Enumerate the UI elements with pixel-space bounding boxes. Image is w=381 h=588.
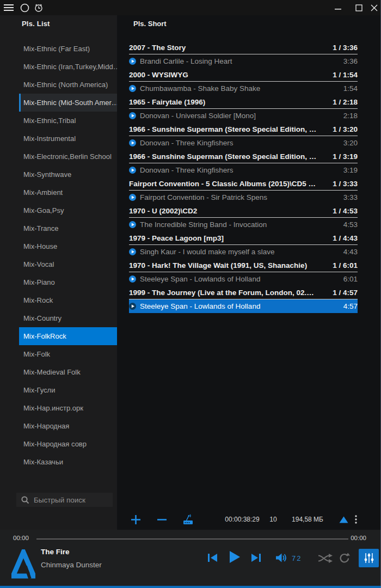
search-input[interactable] — [34, 496, 113, 504]
track-title: The Incredible String Band - Invocation — [140, 220, 338, 229]
quick-search-box[interactable] — [16, 493, 113, 507]
sidebar-playlist-item[interactable]: Mix-Ethnic,Tribal — [19, 112, 117, 130]
track-title: Donovan - Universal Soldier [Mono] — [140, 112, 338, 120]
remove-button[interactable] — [155, 509, 168, 530]
group-title: Fairport Convention - 5 Classic Albums (… — [129, 180, 327, 188]
sidebar-item-label: Mix-Ethnic (Far East) — [23, 45, 90, 53]
play-circle-icon — [129, 85, 136, 92]
group-count-duration: 1 / 3:19 — [333, 152, 358, 161]
sidebar-item-label: Mix-Trance — [23, 224, 59, 232]
group-header-row[interactable]: 1979 - Peace Lagoon [mp3] 1 / 4:43 — [129, 231, 358, 245]
sidebar-playlist-item[interactable]: Mix-Goa,Psy — [19, 201, 117, 219]
group-count-duration: 1 / 6:01 — [333, 261, 358, 270]
group-header-row[interactable]: 1970 - U (2002)\CD2 1 / 4:53 — [129, 204, 358, 218]
play-button[interactable] — [229, 550, 241, 564]
sidebar-playlist-item[interactable]: Mix-Instrumental — [19, 130, 117, 148]
track-row[interactable]: Steeleye Span - Lowlands of Holland 4:57 — [129, 299, 358, 313]
next-button[interactable] — [251, 553, 261, 562]
main-menu-button[interactable] — [3, 3, 15, 13]
group-count-duration: 1 / 4:43 — [333, 234, 358, 242]
sidebar-item-label: Mix-Instrumental — [23, 134, 76, 143]
playlist-menu-button[interactable] — [351, 509, 361, 530]
minus-icon — [157, 518, 167, 521]
sidebar-item-label: Mix-Electronic,Berlin School — [23, 152, 112, 161]
sidebar-playlist-item[interactable]: Mix-Гусли — [19, 381, 117, 399]
repeat-button[interactable] — [339, 553, 350, 564]
add-button[interactable] — [129, 509, 142, 530]
group-header-row[interactable]: 1999 - The Journey (Live at the Forum, L… — [129, 286, 358, 299]
sidebar-playlist-item[interactable]: Mix-Vocal — [19, 255, 117, 273]
scheduler-icon — [34, 3, 44, 13]
track-duration: 1:54 — [343, 84, 358, 93]
plus-icon — [131, 515, 140, 524]
track-duration: 3:20 — [343, 139, 358, 147]
sound-device-button[interactable] — [181, 509, 195, 530]
maximize-button[interactable] — [351, 1, 367, 14]
close-button[interactable] — [366, 1, 381, 14]
track-row[interactable]: The Incredible String Band - Invocation … — [129, 218, 358, 231]
group-header-row[interactable]: 1966 - Sunshine Superman (Stereo Special… — [129, 122, 358, 136]
sidebar-playlist-item[interactable]: Mix-Ethnic (Far East) — [19, 40, 117, 58]
group-header-row[interactable]: 1970 - Hark! The Village Wait (1991, US,… — [129, 259, 358, 272]
track-title: Brandi Carlile - Losing Heart — [140, 57, 338, 65]
track-duration: 2:18 — [343, 112, 358, 120]
group-header-row[interactable]: Fairport Convention - 5 Classic Albums (… — [129, 177, 358, 191]
sidebar-playlist-item[interactable]: Mix-Folk — [19, 345, 117, 363]
shuffle-button[interactable] — [318, 554, 333, 563]
player-bar: 00:00 00:00 The Fire Chinmaya Dunster — [0, 530, 381, 588]
group-title: 1970 - U (2002)\CD2 — [129, 207, 327, 215]
sidebar-playlist-item[interactable]: Mix-Medieval Folk — [19, 363, 117, 381]
track-row[interactable]: Steeleye Span - Lowlands of Holland 6:01 — [129, 272, 358, 286]
sidebar-playlist-item[interactable]: Mix-Нар.инстр.орк — [19, 399, 117, 417]
track-row[interactable]: Singh Kaur - I would make myself a slave… — [129, 245, 358, 259]
triangle-up-icon — [339, 516, 348, 523]
sidebar-item-label: Mix-Народная совр — [23, 440, 87, 448]
playlist-total-size: 194,58 МБ — [288, 509, 327, 530]
volume-button[interactable] — [275, 553, 288, 563]
sidebar-playlist-item[interactable]: Mix-Electronic,Berlin School — [19, 148, 117, 166]
track-row[interactable]: Brandi Carlile - Losing Heart 3:36 — [129, 54, 358, 68]
volume-icon — [275, 553, 288, 563]
group-header-row[interactable]: 2007 - The Story 1 / 3:36 — [129, 41, 358, 54]
sidebar-playlist-item[interactable]: Mix-Ethnic (Mid-South Amer… — [19, 94, 117, 112]
sidebar-playlist-item[interactable]: Mix-Народная совр — [19, 435, 117, 453]
sidebar-playlist-item[interactable]: Mix-House — [19, 237, 117, 255]
sidebar-playlist-item[interactable]: Mix-Rock — [19, 291, 117, 309]
sidebar-playlist-item[interactable]: Mix-Народная — [19, 417, 117, 435]
play-circle-icon — [129, 275, 136, 283]
previous-button[interactable] — [207, 553, 218, 562]
equalizer-button[interactable] — [359, 549, 379, 567]
group-title: 2000 - WYSIWYG — [129, 71, 327, 79]
group-header-row[interactable]: 1965 - Fairytale (1996) 1 / 2:18 — [129, 95, 358, 109]
sidebar-playlist-item[interactable]: Mix-Казачьи — [19, 453, 117, 471]
sidebar-playlist-item[interactable]: Mix-Ambient — [19, 183, 117, 201]
play-circle-icon — [129, 139, 136, 146]
track-row[interactable]: Fairport Convention - Sir Patrick Spens … — [129, 191, 358, 204]
track-row[interactable]: Donovan - Universal Soldier [Mono] 2:18 — [129, 109, 358, 122]
scheduler-button[interactable] — [33, 3, 45, 13]
playlist-list: Mix-Ethnic (Far East)Mix-Ethnic (Iran,Tu… — [0, 40, 117, 471]
sidebar-playlist-item[interactable]: Mix-Piano — [19, 273, 117, 291]
sidebar-playlist-item[interactable]: Mix-Trance — [19, 219, 117, 237]
sidebar-playlist-item[interactable]: Mix-Ethnic (North America) — [19, 76, 117, 94]
bottom-accent-strip — [0, 586, 381, 588]
jump-to-current-button[interactable] — [337, 509, 350, 530]
seek-bar[interactable] — [36, 538, 348, 540]
record-button[interactable] — [19, 3, 30, 13]
sidebar-playlist-item[interactable]: Mix-Country — [19, 309, 117, 327]
track-row[interactable]: Donovan - Three Kingfishers 3:19 — [129, 163, 358, 177]
group-header-row[interactable]: 1966 - Sunshine Superman (Stereo Special… — [129, 150, 358, 163]
track-title: Donovan - Three Kingfishers — [140, 166, 338, 174]
track-row[interactable]: Chumbawamba - Shake Baby Shake 1:54 — [129, 82, 358, 95]
track-row[interactable]: Donovan - Three Kingfishers 3:20 — [129, 136, 358, 150]
group-title: 1970 - Hark! The Village Wait (1991, US,… — [129, 261, 327, 270]
sidebar-playlist-item[interactable]: Mix-Ethnic (Iran,Turkey,Midd… — [19, 58, 117, 76]
repeat-icon — [339, 553, 350, 564]
group-header-row[interactable]: 2000 - WYSIWYG 1 / 1:54 — [129, 68, 358, 82]
track-list: 2007 - The Story 1 / 3:36 Brandi Carlile… — [129, 41, 358, 313]
sidebar-playlist-item[interactable]: Mix-FolkRock — [19, 327, 117, 345]
sidebar-item-label: Mix-Piano — [23, 278, 55, 286]
sidebar-playlist-item[interactable]: Mix-Synthwave — [19, 166, 117, 183]
equalizer-icon — [364, 552, 374, 564]
minimize-button[interactable] — [330, 1, 346, 14]
